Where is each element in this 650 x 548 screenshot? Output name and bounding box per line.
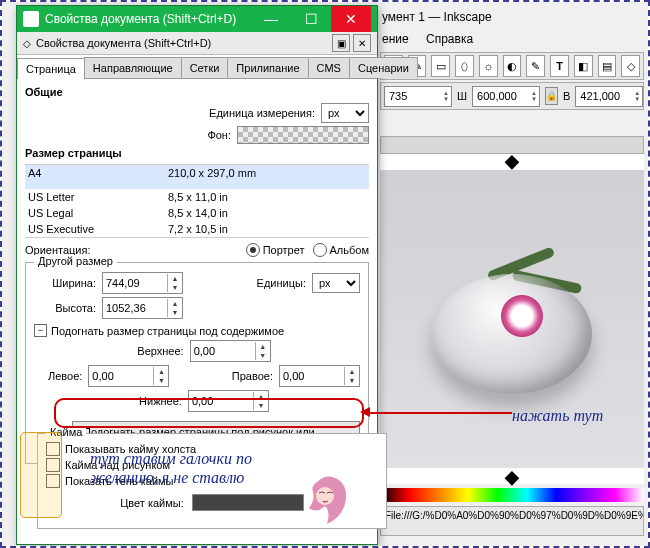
tool-icon[interactable]: ◐ — [503, 55, 522, 77]
show-border-label: Показывать кайму холста — [65, 443, 196, 455]
radio-portrait[interactable]: Портрет — [246, 243, 305, 257]
tab-cms[interactable]: CMS — [308, 57, 350, 78]
border-ontop-label: Кайма над рисунком — [65, 459, 170, 471]
lock-icon[interactable]: 🔒 — [545, 87, 558, 105]
margin-bottom-field[interactable]: ▲▼ — [188, 390, 269, 412]
dock-title-text: Свойства документа (Shift+Ctrl+D) — [36, 37, 211, 49]
units-label: Единицы: — [257, 277, 306, 289]
height-field[interactable]: ▲▼ — [102, 297, 183, 319]
tab-page[interactable]: Страница — [17, 58, 85, 79]
tab-bar: Страница Направляющие Сетки Прилипание C… — [17, 57, 377, 79]
selection-handle-top[interactable]: ◆ — [505, 150, 519, 172]
tool-icon[interactable]: ◧ — [574, 55, 593, 77]
page-size-list[interactable]: A4210,0 x 297,0 mm US Letter8,5 x 11,0 i… — [25, 164, 369, 238]
background-color-button[interactable] — [237, 126, 369, 144]
tab-snap[interactable]: Прилипание — [227, 57, 308, 78]
custom-size-legend: Другой размер — [34, 255, 117, 267]
tool-icon[interactable]: ▭ — [431, 55, 450, 77]
menu-item[interactable]: Справка — [426, 32, 473, 46]
height-label: Высота: — [34, 302, 96, 314]
selection-handle-bottom[interactable]: ◆ — [505, 466, 519, 488]
dock-minimize-button[interactable]: ▣ — [332, 34, 350, 52]
margin-right-label: Правое: — [232, 370, 273, 382]
h-field[interactable]: ▲▼ — [575, 86, 643, 107]
margin-top-field[interactable]: ▲▼ — [190, 340, 271, 362]
border-color-label: Цвет каймы: — [120, 497, 184, 509]
inkscape-title: умент 1 — Inkscape — [382, 10, 492, 24]
border-color-button[interactable] — [192, 494, 304, 511]
size-row-legal[interactable]: US Legal8,5 x 14,0 in — [25, 205, 369, 221]
tool-icon[interactable]: ◇ — [621, 55, 640, 77]
tab-guides[interactable]: Направляющие — [84, 57, 182, 78]
tool-text-icon[interactable]: T — [550, 55, 569, 77]
dialog-title: Свойства документа (Shift+Ctrl+D) — [45, 12, 236, 26]
width-label: Ширина: — [34, 277, 96, 289]
dialog-titlebar[interactable]: Свойства документа (Shift+Ctrl+D) — ☐ ✕ — [17, 6, 377, 32]
dock-icon: ◇ — [23, 38, 31, 49]
document-properties-dialog: Свойства документа (Shift+Ctrl+D) — ☐ ✕ … — [16, 5, 378, 545]
margin-top-label: Верхнее: — [137, 345, 183, 357]
maximize-button[interactable]: ☐ — [291, 6, 331, 32]
section-general: Общие — [25, 86, 369, 98]
close-button[interactable]: ✕ — [331, 6, 371, 32]
custom-unit-select[interactable]: px — [312, 273, 360, 293]
border-fieldset: Кайма Показывать кайму холста Кайма над … — [37, 433, 387, 529]
checkbox-show-border[interactable] — [46, 442, 60, 456]
tool-icon[interactable]: ▤ — [598, 55, 617, 77]
border-legend: Кайма — [46, 426, 86, 438]
border-shadow-label: Показать тень каймы — [65, 475, 174, 487]
margin-right-field[interactable]: ▲▼ — [279, 365, 360, 387]
tab-scripting[interactable]: Сценарии — [349, 57, 418, 78]
tab-grids[interactable]: Сетки — [181, 57, 229, 78]
w-field[interactable]: ▲▼ — [472, 86, 540, 107]
y-field[interactable]: ▲▼ — [384, 86, 452, 107]
imported-image[interactable] — [380, 170, 644, 468]
tool-icon[interactable]: ☼ — [479, 55, 498, 77]
inkscape-canvas[interactable]: ◆ ◆ — [380, 154, 644, 484]
menu-item[interactable]: ение — [382, 32, 409, 46]
statusbar: File:///G:/%D0%A0%D0%90%D0%97%D0%9D%D0%9… — [380, 506, 644, 536]
w-label: Ш — [457, 90, 467, 102]
display-unit-select[interactable]: px — [321, 103, 369, 123]
inkscape-toolbar-2: ▲▼ Ш ▲▼ 🔒 В ▲▼ px Менят — [380, 82, 644, 110]
inkscape-toolbar-1: ⬚ ✎ ▭ ⬯ ☼ ◐ ✎ T ◧ ▤ ◇ — [380, 52, 644, 80]
size-row-a4[interactable]: A4210,0 x 297,0 mm — [25, 165, 369, 189]
fit-expander[interactable]: − Подогнать размер страницы под содержим… — [34, 324, 360, 337]
background-label: Фон: — [207, 129, 231, 141]
size-row-letter[interactable]: US Letter8,5 x 11,0 in — [25, 189, 369, 205]
fit-expand-label: Подогнать размер страницы под содержимое — [51, 325, 284, 337]
dock-titlebar: ◇ Свойства документа (Shift+Ctrl+D) ▣ ✕ — [17, 32, 377, 55]
inkscape-menubar: ение Справка — [382, 32, 487, 46]
size-row-executive[interactable]: US Executive7,2 x 10,5 in — [25, 221, 369, 237]
width-field[interactable]: ▲▼ — [102, 272, 183, 294]
tool-icon[interactable]: ⬯ — [455, 55, 474, 77]
dialog-icon — [23, 11, 39, 27]
color-palette[interactable] — [380, 488, 644, 502]
radio-landscape[interactable]: Альбом — [313, 243, 369, 257]
section-pagesize: Размер страницы — [25, 147, 369, 159]
checkbox-border-ontop[interactable] — [46, 458, 60, 472]
margin-left-field[interactable]: ▲▼ — [88, 365, 169, 387]
dock-close-button[interactable]: ✕ — [353, 34, 371, 52]
checkbox-border-shadow[interactable] — [46, 474, 60, 488]
tool-icon[interactable]: ✎ — [526, 55, 545, 77]
h-label: В — [563, 90, 570, 102]
minimize-button[interactable]: — — [251, 6, 291, 32]
margin-left-label: Левое: — [48, 370, 82, 382]
unit-label: Единица измерения: — [209, 107, 315, 119]
margin-bottom-label: Нижнее: — [139, 395, 182, 407]
